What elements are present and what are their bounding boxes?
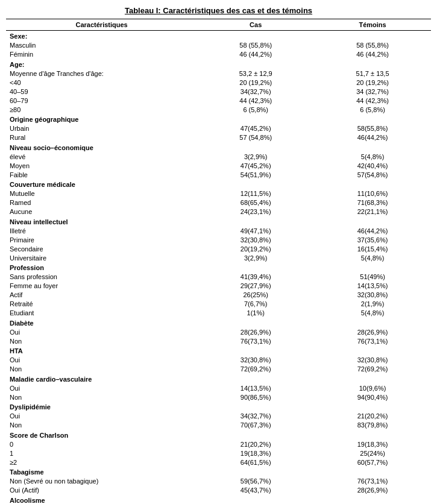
table-row: ≥264(61,5%)60(57,7%): [6, 458, 431, 467]
row-temoins: 58(55,8%): [314, 124, 431, 133]
table-row: Urbain47(45,2%)58(55,8%): [6, 124, 431, 133]
row-label: HTA: [6, 345, 197, 356]
table-row: Non76(73,1%)76(73,1%): [6, 336, 431, 345]
row-cas: 58 (55,8%): [197, 41, 314, 50]
row-cas: 12(11,5%): [197, 189, 314, 198]
row-label: <40: [6, 78, 197, 87]
row-cas: 47(45,2%): [197, 161, 314, 170]
row-label: Oui: [6, 412, 197, 421]
row-cas: [197, 59, 314, 69]
row-temoins: 76(73,1%): [314, 336, 431, 345]
row-label: Non: [6, 336, 197, 345]
row-label: Couverture médicale: [6, 179, 197, 189]
row-label: Universitaire: [6, 253, 197, 262]
row-label: Non: [6, 421, 197, 430]
row-label: Oui: [6, 327, 197, 336]
row-temoins: 5(4,8%): [314, 253, 431, 262]
row-label: Femme au foyer: [6, 282, 197, 291]
row-cas: 59(56,7%): [197, 477, 314, 486]
row-temoins: 34 (32,7%): [314, 87, 431, 96]
row-label: Sans profession: [6, 272, 197, 282]
row-label: Actif: [6, 291, 197, 300]
row-temoins: 37(35,6%): [314, 235, 431, 244]
table-row: Illetré49(47,1%)46(44,2%): [6, 226, 431, 235]
row-label: Ramed: [6, 198, 197, 207]
row-label: 0: [6, 439, 197, 449]
row-temoins: 6 (5,8%): [314, 105, 431, 114]
row-temoins: 58 (55,8%): [314, 41, 431, 50]
row-temoins: [314, 467, 431, 477]
table-row: Primaire32(30,8%)37(35,6%): [6, 235, 431, 244]
row-temoins: 42(40,4%): [314, 161, 431, 170]
row-cas: 3(2,9%): [197, 253, 314, 262]
table-row: Mutuelle12(11,5%)11(10,6%): [6, 189, 431, 198]
data-table: Caractéristiques Cas Témoins Sexe:Mascul…: [6, 19, 431, 504]
row-label: Tabagisme: [6, 467, 197, 477]
table-row: Tabagisme: [6, 467, 431, 477]
row-cas: 70(67,3%): [197, 421, 314, 430]
row-temoins: [314, 59, 431, 69]
row-temoins: [314, 318, 431, 328]
row-temoins: [314, 430, 431, 440]
row-temoins: 51(49%): [314, 272, 431, 282]
row-cas: [197, 31, 314, 41]
row-label: 1: [6, 449, 197, 458]
row-temoins: 5(4,8%): [314, 309, 431, 318]
row-temoins: 46(44,2%): [314, 226, 431, 235]
row-cas: 44 (42,3%): [197, 96, 314, 105]
table-row: Score de Charlson: [6, 430, 431, 440]
table-row: Faible54(51,9%)57(54,8%): [6, 170, 431, 179]
table-row: Retraité7(6,7%)2(1,9%): [6, 300, 431, 309]
table-row: Sexe:: [6, 31, 431, 41]
row-temoins: 5(4,8%): [314, 152, 431, 161]
row-cas: 24(23,1%): [197, 207, 314, 216]
table-row: Moyen47(45,2%)42(40,4%): [6, 161, 431, 170]
row-cas: 26(25%): [197, 291, 314, 300]
row-cas: [197, 262, 314, 272]
row-temoins: 57(54,8%): [314, 170, 431, 179]
row-temoins: 28(26,9%): [314, 327, 431, 336]
row-cas: 53,2 ± 12,9: [197, 69, 314, 78]
row-label: Illetré: [6, 226, 197, 235]
table-row: Femme au foyer29(27,9%)14(13,5%): [6, 282, 431, 291]
row-temoins: 10(9,6%): [314, 383, 431, 392]
table-row: Actif26(25%)32(30,8%): [6, 291, 431, 300]
row-temoins: 22(21,1%): [314, 207, 431, 216]
row-label: Rural: [6, 133, 197, 142]
table-row: Rural57 (54,8%)46(44,2%): [6, 133, 431, 142]
table-row: Profession: [6, 262, 431, 272]
table-row: Aucune24(23,1%)22(21,1%): [6, 207, 431, 216]
row-temoins: 32(30,8%): [314, 291, 431, 300]
row-label: Non (Sevré ou non tabagique): [6, 477, 197, 486]
row-label: Score de Charlson: [6, 430, 197, 440]
table-row: Masculin58 (55,8%)58 (55,8%): [6, 41, 431, 50]
row-temoins: 19(18,3%): [314, 439, 431, 449]
row-label: ≥80: [6, 105, 197, 114]
table-row: Sans profession41(39,4%)51(49%): [6, 272, 431, 282]
row-cas: 57 (54,8%): [197, 133, 314, 142]
table-row: Moyenne d'âge Tranches d'âge:53,2 ± 12,9…: [6, 69, 431, 78]
row-cas: 64(61,5%): [197, 458, 314, 467]
table-row: ≥806 (5,8%)6 (5,8%): [6, 105, 431, 114]
row-temoins: 16(15,4%): [314, 244, 431, 253]
row-cas: [197, 142, 314, 153]
row-label: Sexe:: [6, 31, 197, 41]
row-temoins: 32(30,8%): [314, 356, 431, 365]
row-temoins: 51,7 ± 13,5: [314, 69, 431, 78]
row-cas: 3(2,9%): [197, 152, 314, 161]
table-row: Diabète: [6, 318, 431, 328]
row-label: Origine géographique: [6, 114, 197, 124]
row-temoins: 71(68,3%): [314, 198, 431, 207]
row-cas: 72(69,2%): [197, 365, 314, 374]
row-label: Oui (Actif): [6, 486, 197, 495]
row-cas: [197, 114, 314, 124]
row-label: Moyen: [6, 161, 197, 170]
table-row: Non70(67,3%)83(79,8%): [6, 421, 431, 430]
table-row: Féminin46 (44,2%)46 (44,2%): [6, 50, 431, 59]
row-label: Non: [6, 392, 197, 402]
row-temoins: 2(1,9%): [314, 300, 431, 309]
table-row: Non (Sevré ou non tabagique)59(56,7%)76(…: [6, 477, 431, 486]
row-temoins: 83(79,8%): [314, 421, 431, 430]
table-row: <4020 (19,2%)20 (19,2%): [6, 78, 431, 87]
table-row: Non72(69,2%)72(69,2%): [6, 365, 431, 374]
